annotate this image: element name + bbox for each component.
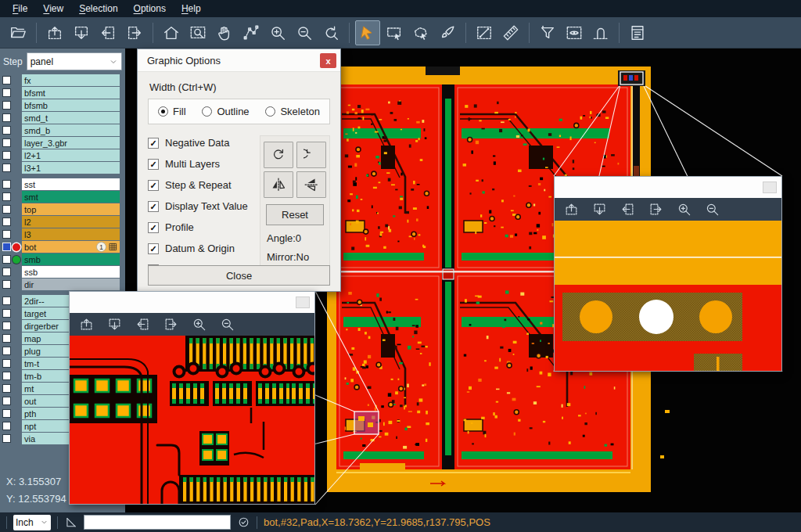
toolbar-button-pan-hand[interactable]: [212, 20, 237, 45]
toolbar-button-zoom-out[interactable]: [292, 20, 317, 45]
layer-visibility-checkbox[interactable]: [2, 384, 11, 393]
toolbar-button-pan-up[interactable]: [42, 20, 67, 45]
layer-name[interactable]: smb: [22, 253, 120, 265]
layer-visibility-checkbox[interactable]: [2, 255, 11, 264]
checkbox-box[interactable]: ✓: [148, 159, 159, 170]
layer-row-bfsmt[interactable]: bfsmt: [0, 87, 125, 99]
checkbox-box[interactable]: ✓: [148, 138, 159, 149]
layer-row-layer-3-gbr[interactable]: layer_3.gbr: [0, 137, 125, 149]
layer-row-l3-1[interactable]: l3+1: [0, 162, 125, 174]
layer-row-top[interactable]: top: [0, 203, 125, 215]
checkbox-datum-origin[interactable]: ✓Datum & Origin: [148, 243, 260, 254]
popup-button-pan-up[interactable]: [77, 315, 95, 334]
unit-select[interactable]: Inch: [13, 515, 51, 530]
layer-row-bfsmb[interactable]: bfsmb: [0, 99, 125, 111]
popup-button-zoom-in[interactable]: [674, 200, 693, 219]
toolbar-button-snap[interactable]: [588, 20, 613, 45]
layer-visibility-checkbox[interactable]: [2, 297, 11, 305]
layer-visibility-checkbox[interactable]: [2, 164, 11, 172]
layer-name[interactable]: dir: [22, 279, 120, 290]
layer-name[interactable]: bot1: [22, 241, 120, 253]
layer-visibility-checkbox[interactable]: [2, 347, 11, 355]
radio-outline[interactable]: Outline: [202, 106, 249, 117]
toolbar-button-zoom-in[interactable]: [265, 20, 290, 45]
layer-visibility-checkbox[interactable]: [2, 138, 11, 147]
layer-visibility-checkbox[interactable]: [2, 268, 11, 276]
layer-name[interactable]: bfsmb: [22, 99, 120, 111]
toolbar-button-select-cursor[interactable]: [355, 20, 380, 45]
layer-name[interactable]: smd_t: [22, 112, 120, 124]
popup-button-pan-right[interactable]: [646, 200, 665, 219]
popup-button-pan-down[interactable]: [105, 315, 124, 334]
layer-visibility-checkbox[interactable]: [2, 280, 11, 289]
close-button[interactable]: Close: [148, 265, 330, 286]
layer-row-l3[interactable]: l3: [0, 228, 125, 240]
command-input[interactable]: [84, 515, 231, 530]
flip-horizontal-button[interactable]: [264, 171, 293, 198]
checkbox-box[interactable]: ✓: [148, 243, 159, 254]
popup-detail-view[interactable]: [70, 336, 314, 504]
popup-button-zoom-out[interactable]: [702, 200, 721, 219]
layer-row-l2[interactable]: l2: [0, 216, 125, 228]
toolbar-button-open-folder[interactable]: [5, 20, 31, 45]
rotate-ccw-button[interactable]: [296, 142, 326, 168]
layer-name[interactable]: ssb: [22, 266, 120, 278]
layer-name[interactable]: l2: [22, 216, 120, 228]
flip-vertical-button[interactable]: [296, 171, 326, 198]
popup-button-pan-down[interactable]: [590, 200, 609, 219]
checkbox-display-text-value[interactable]: ✓Display Text Value: [148, 200, 260, 212]
layer-visibility-checkbox[interactable]: [2, 359, 11, 368]
menu-item-options[interactable]: Options: [126, 0, 174, 17]
layer-name[interactable]: smt: [22, 191, 120, 203]
layer-name[interactable]: smd_b: [22, 124, 120, 136]
layer-visibility-checkbox[interactable]: [2, 243, 11, 251]
layer-row-bot[interactable]: bot1: [0, 241, 125, 253]
toolbar-button-pan-down[interactable]: [69, 20, 94, 45]
layer-row-smd-t[interactable]: smd_t: [0, 112, 125, 124]
layer-row-l2-1[interactable]: l2+1: [0, 149, 125, 161]
menu-item-selection[interactable]: Selection: [71, 0, 125, 17]
checkbox-negative-data[interactable]: ✓Negative Data: [148, 137, 260, 149]
layer-visibility-checkbox[interactable]: [2, 180, 11, 189]
layer-name[interactable]: l3: [22, 228, 120, 240]
toolbar-button-brush[interactable]: [435, 20, 460, 45]
layer-visibility-checkbox[interactable]: [2, 113, 11, 122]
toolbar-button-pan-right[interactable]: [122, 20, 147, 45]
popup-button-pan-up[interactable]: [562, 200, 580, 219]
checkbox-step-repeat[interactable]: ✓Step & Repeat: [148, 179, 260, 191]
layer-row-smb[interactable]: smb: [0, 253, 125, 265]
dialog-title[interactable]: Graphic Options: [138, 49, 340, 72]
popup-button-zoom-out[interactable]: [217, 315, 236, 334]
checkbox-box[interactable]: ✓: [148, 180, 159, 191]
reset-button[interactable]: Reset: [266, 204, 324, 225]
popup-title-bar[interactable]: [70, 292, 314, 313]
toolbar-button-zoom-previous[interactable]: [318, 20, 343, 45]
toolbar-button-select-group[interactable]: [408, 20, 433, 45]
checkbox-box[interactable]: ✓: [148, 222, 159, 233]
layer-row-sst[interactable]: sst: [0, 178, 125, 190]
rotate-cw-button[interactable]: [264, 142, 293, 168]
layer-visibility-checkbox[interactable]: [2, 205, 11, 214]
step-select[interactable]: panel: [27, 52, 122, 70]
sync-icon[interactable]: [237, 516, 250, 529]
popup-pad-view[interactable]: [555, 221, 781, 371]
layer-visibility-checkbox[interactable]: [2, 309, 11, 318]
layer-visibility-checkbox[interactable]: [2, 151, 11, 160]
layer-row-smt[interactable]: smt: [0, 191, 125, 203]
menu-item-help[interactable]: Help: [174, 0, 209, 17]
layer-name[interactable]: l2+1: [22, 149, 120, 161]
layer-visibility-checkbox[interactable]: [2, 217, 11, 226]
layer-name[interactable]: bfsmt: [22, 87, 120, 99]
layer-visibility-checkbox[interactable]: [2, 334, 11, 343]
toolbar-button-pan-left[interactable]: [95, 20, 120, 45]
layer-visibility-checkbox[interactable]: [2, 126, 11, 135]
layer-visibility-checkbox[interactable]: [2, 76, 11, 84]
toolbar-button-measure-diagonal[interactable]: [472, 20, 497, 45]
layer-visibility-checkbox[interactable]: [2, 434, 11, 443]
layer-visibility-checkbox[interactable]: [2, 397, 11, 405]
popup-button-pan-right[interactable]: [161, 315, 180, 334]
toolbar-button-filter[interactable]: [535, 20, 560, 45]
radio-skeleton[interactable]: Skeleton: [265, 106, 320, 117]
layer-visibility-checkbox[interactable]: [2, 230, 11, 239]
toolbar-button-ruler[interactable]: [498, 20, 523, 45]
